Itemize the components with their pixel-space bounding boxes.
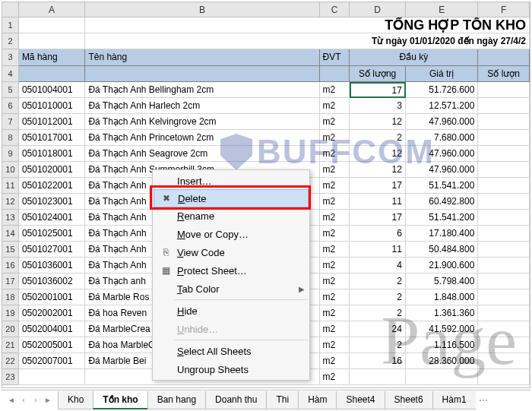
cell-dvt[interactable]: m2 xyxy=(320,305,350,321)
cell[interactable] xyxy=(478,82,530,98)
sheet-tab[interactable]: Ban hang xyxy=(147,391,206,409)
menu-view-code[interactable]: ⎘ View Code xyxy=(153,243,309,261)
menu-unhide[interactable]: Unhide… xyxy=(153,320,309,338)
cell-ten-hang[interactable]: Đá Thạch Anh Princetown 2cm xyxy=(85,130,319,146)
menu-ungroup-sheets[interactable]: Ungroup Sheets xyxy=(153,360,309,378)
cell-ten-hang[interactable]: Đá Thạch Anh Kelvingrove 2cm xyxy=(85,114,319,130)
col-header-a[interactable]: A xyxy=(19,2,86,17)
cell[interactable] xyxy=(19,33,86,49)
select-all-corner[interactable] xyxy=(2,2,19,17)
cell-so-luong[interactable]: 12 xyxy=(350,146,406,162)
header-so-luong-f[interactable]: Số lượn xyxy=(478,66,530,82)
cell[interactable] xyxy=(478,130,530,146)
sheet-tab[interactable]: Sheet4 xyxy=(336,391,385,409)
cell-ma-hang[interactable]: 0501004001 xyxy=(19,82,86,98)
row-header[interactable]: 19 xyxy=(2,305,19,321)
cell-so-luong[interactable]: 17 xyxy=(350,178,406,194)
cell-ma-hang[interactable]: 0502001001 xyxy=(19,289,86,305)
cell-so-luong[interactable] xyxy=(350,369,406,385)
row-header[interactable]: 21 xyxy=(2,337,19,353)
row-header[interactable]: 5 xyxy=(2,82,19,98)
cell-dvt[interactable]: m2 xyxy=(320,369,350,385)
cell-dvt[interactable]: m2 xyxy=(320,194,350,210)
cell[interactable] xyxy=(478,226,530,242)
cell-so-luong[interactable]: 12 xyxy=(350,114,406,130)
col-header-d[interactable]: D xyxy=(350,2,406,17)
cell[interactable] xyxy=(19,17,86,33)
menu-delete[interactable]: ✖ Delete xyxy=(154,189,309,207)
cell-ma-hang[interactable]: 0501018001 xyxy=(19,146,86,162)
cell[interactable] xyxy=(478,242,530,258)
row-header[interactable]: 11 xyxy=(2,178,19,194)
menu-move-copy[interactable]: Move or Copy… xyxy=(153,225,309,243)
cell-ma-hang[interactable]: 0501022001 xyxy=(19,178,86,194)
cell-so-luong[interactable]: 24 xyxy=(350,321,406,337)
col-header-e[interactable]: E xyxy=(406,2,478,17)
cell-dvt[interactable]: m2 xyxy=(320,258,350,273)
header-so-luong[interactable]: Số lượng xyxy=(350,66,406,82)
cell-ten-hang[interactable]: Đá Thạch Anh Bellingham 2cm xyxy=(85,82,319,98)
cell-gia-tri[interactable]: 51.726.600 xyxy=(406,82,478,98)
cell-so-luong[interactable]: 17 xyxy=(350,210,406,226)
tab-nav-first-icon[interactable]: ◄ xyxy=(6,396,17,404)
row-header[interactable]: 1 xyxy=(2,17,19,33)
cell-gia-tri[interactable]: 1.116.500 xyxy=(406,337,478,353)
row-header[interactable]: 17 xyxy=(2,273,19,289)
cell-dvt[interactable]: m2 xyxy=(320,242,350,258)
row-header[interactable]: 15 xyxy=(2,242,19,258)
cell-ma-hang[interactable]: 0501027001 xyxy=(19,242,86,258)
cell-dvt[interactable]: m2 xyxy=(320,289,350,305)
cell-dvt[interactable]: m2 xyxy=(320,162,350,178)
cell-ten-hang[interactable]: Đá Thạch Anh Harlech 2cm xyxy=(85,98,319,114)
cell-gia-tri[interactable]: 60.492.800 xyxy=(406,194,478,210)
cell-gia-tri[interactable]: 28.360.000 xyxy=(406,353,478,369)
cell[interactable] xyxy=(320,66,350,82)
sheet-tab[interactable]: Kho xyxy=(58,391,93,409)
cell[interactable] xyxy=(478,194,530,210)
cell-ma-hang[interactable]: 0502005001 xyxy=(19,337,86,353)
cell-ten-hang[interactable]: Đá Thạch Anh Seagrove 2cm xyxy=(85,146,319,162)
col-header-c[interactable]: C xyxy=(320,2,350,17)
cell[interactable] xyxy=(478,289,530,305)
cell-so-luong[interactable]: 2 xyxy=(350,289,406,305)
cell[interactable] xyxy=(478,337,530,353)
tab-nav-next-icon[interactable]: › xyxy=(30,396,41,404)
cell-so-luong[interactable]: 2 xyxy=(350,305,406,321)
title-cell[interactable]: TỔNG HỢP TỒN KHO xyxy=(85,17,530,33)
cell-so-luong[interactable]: 17 xyxy=(350,82,406,98)
sheet-tab[interactable]: Tồn kho xyxy=(93,391,147,409)
header-dvt[interactable]: ĐVT xyxy=(320,49,350,66)
cell-gia-tri[interactable]: 1.848.000 xyxy=(406,289,478,305)
cell-dvt[interactable]: m2 xyxy=(320,226,350,242)
row-header[interactable]: 9 xyxy=(2,146,19,162)
row-header[interactable]: 13 xyxy=(2,210,19,226)
cell[interactable] xyxy=(478,258,530,273)
sheet-tab[interactable]: Sheet6 xyxy=(385,391,433,409)
cell[interactable] xyxy=(478,210,530,226)
cell[interactable] xyxy=(478,146,530,162)
cell[interactable] xyxy=(478,98,530,114)
menu-tab-color[interactable]: Tab Color ▶ xyxy=(153,280,309,298)
header-ma-hang[interactable]: Mã hàng xyxy=(19,49,86,66)
row-header[interactable]: 4 xyxy=(2,66,19,82)
cell-gia-tri[interactable]: 5.798.400 xyxy=(406,273,478,289)
cell[interactable] xyxy=(478,162,530,178)
cell-dvt[interactable]: m2 xyxy=(320,210,350,226)
cell-so-luong[interactable]: 6 xyxy=(350,226,406,242)
row-header[interactable]: 7 xyxy=(2,114,19,130)
cell-ma-hang[interactable]: 0501024001 xyxy=(19,210,86,226)
cell-ma-hang[interactable]: 0501017001 xyxy=(19,130,86,146)
cell-dvt[interactable]: m2 xyxy=(320,321,350,337)
sheet-tab[interactable]: Hàm xyxy=(298,391,337,409)
cell-so-luong[interactable]: 16 xyxy=(350,353,406,369)
cell-ma-hang[interactable]: 0501025001 xyxy=(19,226,86,242)
row-header[interactable]: 10 xyxy=(2,162,19,178)
cell-gia-tri[interactable]: 12.571.200 xyxy=(406,98,478,114)
col-header-f[interactable]: F xyxy=(478,2,530,17)
cell[interactable] xyxy=(478,305,530,321)
menu-rename[interactable]: Rename xyxy=(153,207,309,225)
cell-dvt[interactable]: m2 xyxy=(320,146,350,162)
cell[interactable] xyxy=(478,321,530,337)
col-header-b[interactable]: B xyxy=(85,2,319,17)
row-header[interactable]: 20 xyxy=(2,321,19,337)
